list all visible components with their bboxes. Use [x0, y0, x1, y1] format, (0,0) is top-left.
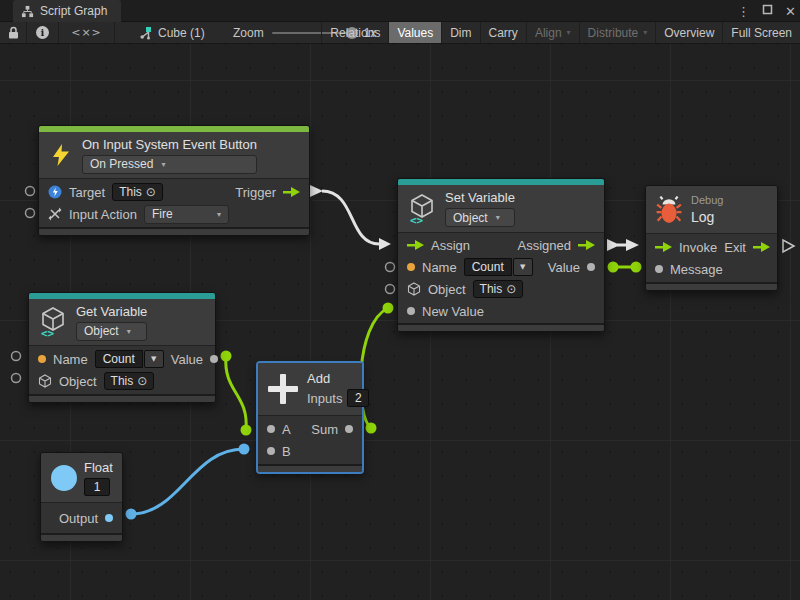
b-port[interactable]: [267, 447, 275, 455]
value-port-out[interactable]: [608, 262, 619, 273]
name-label: Name: [53, 352, 88, 367]
node-title: Add: [307, 371, 369, 386]
flow-port-exit-out[interactable]: [783, 240, 794, 252]
chevron-down-icon[interactable]: ▼: [144, 350, 164, 368]
port-getvar-object[interactable]: [12, 374, 21, 383]
toolbar-toggle-group: Relations Values Dim Carry Align ▾ Distr…: [321, 22, 800, 43]
value-port-in[interactable]: [239, 444, 250, 455]
float-value-field[interactable]: 1: [84, 478, 110, 496]
code-view-button[interactable]: <×>: [59, 22, 115, 43]
object-row: Object This ⊙: [398, 278, 604, 300]
value-port-in[interactable]: [631, 262, 642, 273]
node-body: A Sum B: [258, 416, 362, 464]
output-port[interactable]: [105, 514, 113, 522]
port-event-target[interactable]: [26, 187, 35, 196]
node-title: On Input System Event Button: [82, 137, 257, 152]
menu-icon[interactable]: ⋮: [737, 4, 750, 19]
value-port[interactable]: [210, 355, 218, 363]
variable-cube-icon: <>: [39, 306, 67, 338]
distribute-button: Distribute ▾: [579, 22, 656, 43]
node-float[interactable]: Float 1 Output: [40, 452, 123, 542]
assign-label: Assign: [431, 238, 470, 253]
object-field[interactable]: This ⊙: [104, 372, 155, 390]
variable-scope-dropdown[interactable]: Object ▾: [76, 322, 147, 341]
port-getvar-name[interactable]: [12, 352, 21, 361]
carry-button[interactable]: Carry: [480, 22, 526, 43]
input-a-row: A Sum: [258, 418, 362, 440]
message-port[interactable]: [655, 265, 663, 273]
name-port[interactable]: [407, 263, 415, 271]
wire-float-to-b[interactable]: [131, 449, 244, 514]
sum-port[interactable]: [345, 425, 353, 433]
exit-label: Exit: [724, 240, 746, 255]
port-event-action[interactable]: [26, 209, 35, 218]
bug-icon: [656, 196, 682, 224]
variable-scope-dropdown[interactable]: Object ▾: [445, 208, 515, 227]
assign-flow-port[interactable]: [407, 240, 424, 250]
chevron-down-icon: ▾: [127, 327, 131, 336]
inspector-button[interactable]: i: [27, 22, 59, 43]
object-label: Object: [428, 282, 466, 297]
value-port-out[interactable]: [221, 351, 232, 362]
tab-script-graph[interactable]: Script Graph: [13, 0, 121, 22]
flow-port-assigned-out[interactable]: [607, 239, 620, 251]
relations-button[interactable]: Relations: [321, 22, 388, 43]
chevron-down-icon: ▾: [161, 160, 165, 169]
flow-port-trigger-out[interactable]: [310, 185, 323, 197]
fullscreen-button[interactable]: Full Screen: [722, 22, 800, 43]
code-icon: <×>: [71, 26, 102, 39]
new-value-port[interactable]: [407, 307, 415, 315]
wire-trigger-to-assign[interactable]: [322, 191, 379, 244]
maximize-icon[interactable]: [762, 4, 773, 18]
port-setvar-name[interactable]: [386, 263, 395, 272]
graph-target[interactable]: Cube (1): [138, 22, 205, 43]
values-button[interactable]: Values: [388, 22, 441, 43]
invoke-flow-port[interactable]: [655, 242, 672, 252]
value-label: Value: [548, 260, 580, 275]
value-port-out[interactable]: [366, 423, 377, 434]
assigned-label: Assigned: [518, 238, 571, 253]
node-debug-log[interactable]: Debug Log Invoke Exit: [645, 185, 778, 291]
name-combo-field[interactable]: Count ▼: [95, 350, 164, 368]
name-combo-field[interactable]: Count ▼: [464, 258, 533, 276]
node-header: <> Set Variable Object ▾: [398, 185, 604, 233]
value-port-out[interactable]: [126, 509, 137, 520]
object-field[interactable]: This ⊙: [473, 280, 524, 298]
exit-flow-port[interactable]: [753, 242, 770, 252]
name-port[interactable]: [38, 355, 46, 363]
object-label: Object: [59, 374, 97, 389]
graph-canvas[interactable]: On Input System Event Button On Pressed …: [0, 44, 800, 600]
tab-title: Script Graph: [40, 4, 107, 18]
trigger-flow-port[interactable]: [283, 187, 300, 197]
node-set-variable[interactable]: <> Set Variable Object ▾ Assign: [397, 178, 605, 332]
chevron-down-icon: ▾: [643, 28, 647, 37]
node-header: On Input System Event Button On Pressed …: [39, 132, 309, 179]
wire-sum-to-newvalue[interactable]: [361, 308, 388, 428]
dim-button[interactable]: Dim: [441, 22, 479, 43]
wire-arrowhead: [626, 239, 639, 251]
close-icon[interactable]: ✕: [785, 4, 796, 19]
wire-getvalue-to-a[interactable]: [226, 356, 246, 430]
port-setvar-object[interactable]: [386, 285, 395, 294]
assigned-flow-port[interactable]: [578, 240, 595, 250]
a-port[interactable]: [267, 425, 275, 433]
trigger-label: Trigger: [235, 185, 276, 200]
target-object-field[interactable]: This ⊙: [112, 183, 163, 201]
input-action-dropdown[interactable]: Fire ▾: [144, 205, 229, 224]
title-bar: Script Graph ⋮ ✕: [0, 0, 800, 22]
chevron-down-icon[interactable]: ▼: [513, 258, 533, 276]
node-on-input-system-event[interactable]: On Input System Event Button On Pressed …: [38, 125, 310, 236]
lock-button[interactable]: [0, 22, 27, 43]
value-port-in[interactable]: [241, 425, 252, 436]
event-type-dropdown[interactable]: On Pressed ▾: [82, 155, 257, 174]
b-label: B: [282, 444, 291, 459]
value-port[interactable]: [587, 263, 595, 271]
node-body: Target This ⊙ Trigger: [39, 179, 309, 227]
node-get-variable[interactable]: <> Get Variable Object ▾ Name Count ▼: [28, 292, 216, 403]
node-header: Add Inputs 2: [258, 363, 362, 416]
overview-button[interactable]: Overview: [655, 22, 722, 43]
node-add[interactable]: Add Inputs 2 A Sum: [257, 362, 363, 473]
value-port-in[interactable]: [383, 303, 394, 314]
inputs-count-field[interactable]: 2: [347, 389, 369, 407]
scope-icon: ⊙: [146, 186, 156, 198]
